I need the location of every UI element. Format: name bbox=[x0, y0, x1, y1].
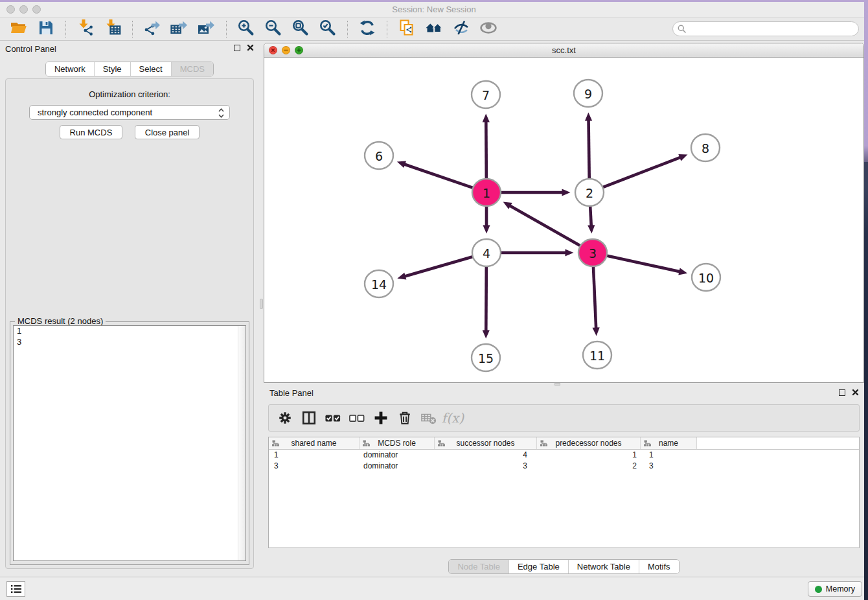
node-2[interactable]: 2 bbox=[575, 179, 604, 206]
unselect-all-button[interactable] bbox=[347, 408, 367, 428]
node-7[interactable]: 7 bbox=[472, 81, 500, 108]
table-cell[interactable]: 1 bbox=[269, 450, 360, 461]
tab-network-table[interactable]: Network Table bbox=[568, 560, 639, 573]
table-cell[interactable]: 3 bbox=[641, 461, 697, 472]
table-cell[interactable]: 4 bbox=[435, 450, 537, 461]
float-table-panel-icon[interactable] bbox=[839, 389, 845, 396]
tab-motifs[interactable]: Motifs bbox=[639, 560, 679, 573]
network-window-titlebar: scc.txt bbox=[264, 43, 863, 58]
edge-4-3[interactable] bbox=[500, 249, 574, 256]
table-cell[interactable]: 1 bbox=[641, 450, 697, 461]
run-mcds-button[interactable]: Run MCDS bbox=[60, 125, 123, 139]
node-9[interactable]: 9 bbox=[574, 80, 602, 107]
column-header-predecessor-nodes[interactable]: predecessor nodes bbox=[537, 437, 641, 449]
table-row[interactable]: 3dominator323 bbox=[269, 461, 859, 472]
mcds-result-area[interactable]: 13 bbox=[13, 325, 246, 561]
memory-button[interactable]: Memory bbox=[808, 581, 862, 597]
refresh-button[interactable] bbox=[356, 19, 378, 39]
delete-button[interactable] bbox=[395, 408, 415, 428]
edge-1-7[interactable] bbox=[483, 113, 490, 179]
close-window-icon[interactable] bbox=[6, 5, 15, 14]
edge-2-8[interactable] bbox=[602, 154, 687, 188]
add-button[interactable] bbox=[371, 408, 391, 428]
svg-text:7: 7 bbox=[482, 88, 490, 102]
table-cell[interactable]: dominator bbox=[360, 450, 435, 461]
node-6[interactable]: 6 bbox=[365, 142, 393, 169]
table-cell[interactable]: 2 bbox=[537, 461, 641, 472]
tab-select[interactable]: Select bbox=[130, 62, 171, 76]
columns-button[interactable] bbox=[299, 408, 319, 428]
node-11[interactable]: 11 bbox=[583, 341, 611, 369]
node-1[interactable]: 1 bbox=[472, 179, 501, 206]
node-table[interactable]: shared nameMCDS rolesuccessor nodesprede… bbox=[268, 437, 860, 548]
column-label: successor nodes bbox=[456, 439, 514, 448]
network-canvas[interactable]: 7968124314101511 bbox=[264, 58, 863, 382]
first-neighbors-button[interactable] bbox=[423, 19, 445, 39]
export-network-button[interactable] bbox=[141, 19, 163, 39]
tab-node-table[interactable]: Node Table bbox=[449, 560, 508, 573]
minimize-view-icon[interactable] bbox=[282, 46, 290, 54]
close-panel-icon[interactable] bbox=[247, 44, 254, 51]
edge-3-10[interactable] bbox=[606, 255, 687, 275]
zoom-view-icon[interactable] bbox=[295, 46, 303, 54]
zoom-selected-button[interactable] bbox=[317, 19, 339, 39]
import-network-button[interactable] bbox=[74, 19, 97, 39]
result-scrollbar[interactable] bbox=[238, 326, 246, 560]
edge-3-1[interactable] bbox=[503, 202, 582, 246]
column-header-MCDS-role[interactable]: MCDS role bbox=[360, 437, 435, 449]
table-cell[interactable]: 3 bbox=[269, 461, 360, 472]
node-3[interactable]: 3 bbox=[578, 239, 607, 266]
edge-2-3[interactable] bbox=[588, 205, 595, 233]
vertical-splitter-handle[interactable] bbox=[260, 299, 263, 309]
node-8[interactable]: 8 bbox=[691, 134, 720, 161]
toolbar-separator bbox=[387, 21, 387, 38]
edge-1-6[interactable] bbox=[397, 161, 474, 189]
zoom-in-button[interactable] bbox=[235, 19, 257, 39]
horizontal-splitter-handle[interactable] bbox=[554, 383, 560, 386]
tab-network[interactable]: Network bbox=[46, 62, 94, 76]
table-cell[interactable]: dominator bbox=[360, 461, 435, 472]
close-view-icon[interactable] bbox=[269, 46, 277, 54]
node-10[interactable]: 10 bbox=[692, 264, 720, 291]
criterion-dropdown[interactable]: strongly connected component bbox=[29, 105, 230, 120]
gear-button[interactable] bbox=[275, 408, 295, 428]
zoom-fit-button[interactable] bbox=[290, 19, 312, 39]
export-image-button[interactable] bbox=[196, 19, 218, 39]
tab-edge-table[interactable]: Edge Table bbox=[508, 560, 568, 573]
dropdown-stepper-icon bbox=[218, 108, 225, 119]
close-table-panel-icon[interactable] bbox=[852, 389, 859, 396]
float-panel-icon[interactable] bbox=[234, 45, 240, 51]
zoom-out-button[interactable] bbox=[262, 19, 284, 39]
import-table-button[interactable] bbox=[102, 19, 124, 39]
table-cell[interactable]: 1 bbox=[537, 450, 641, 461]
node-4[interactable]: 4 bbox=[472, 239, 501, 266]
table-row[interactable]: 1dominator411 bbox=[269, 450, 859, 461]
zoom-fit-icon bbox=[291, 19, 310, 39]
edge-4-14[interactable] bbox=[397, 257, 474, 280]
column-header-shared-name[interactable]: shared name bbox=[269, 437, 360, 449]
table-cell[interactable]: 3 bbox=[435, 461, 537, 472]
column-header-successor-nodes[interactable]: successor nodes bbox=[435, 437, 537, 449]
search-input[interactable] bbox=[672, 21, 859, 36]
export-table-button[interactable] bbox=[168, 19, 190, 39]
edge-1-2[interactable] bbox=[500, 189, 571, 196]
minimize-window-icon[interactable] bbox=[19, 5, 28, 14]
tab-mcds[interactable]: MCDS bbox=[171, 62, 213, 76]
edge-2-9[interactable] bbox=[585, 112, 592, 179]
node-15[interactable]: 15 bbox=[472, 344, 500, 371]
zoom-window-icon[interactable] bbox=[32, 5, 41, 14]
task-history-button[interactable] bbox=[6, 581, 25, 597]
clone-network-button[interactable] bbox=[396, 19, 418, 39]
column-header-name[interactable]: name bbox=[641, 437, 697, 449]
edge-4-15[interactable] bbox=[483, 266, 490, 338]
select-all-button[interactable] bbox=[323, 408, 343, 428]
edge-3-11[interactable] bbox=[593, 266, 600, 336]
show-graphics-details-button[interactable] bbox=[477, 19, 499, 39]
save-session-button[interactable] bbox=[35, 19, 57, 39]
edge-1-4[interactable] bbox=[483, 206, 490, 234]
node-14[interactable]: 14 bbox=[365, 270, 393, 297]
tab-style[interactable]: Style bbox=[94, 62, 130, 76]
close-panel-button[interactable]: Close panel bbox=[135, 125, 200, 139]
open-session-button[interactable] bbox=[8, 19, 30, 39]
hide-graphics-details-button[interactable] bbox=[450, 19, 472, 39]
